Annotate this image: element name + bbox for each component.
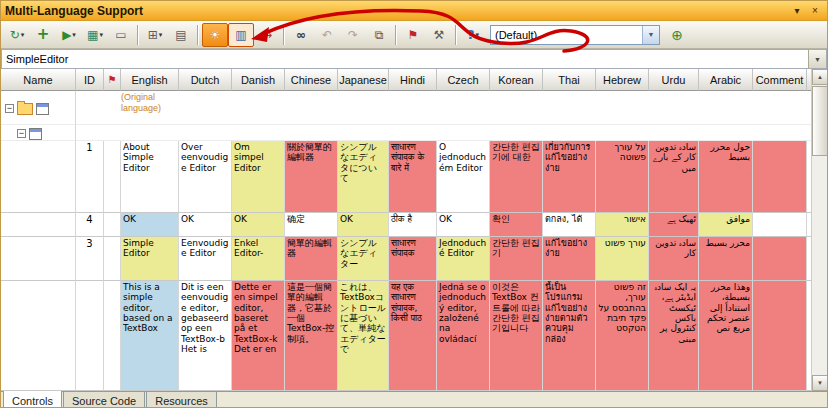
id-cell[interactable]: 3 [76, 237, 104, 281]
collapse-icon[interactable]: − [17, 129, 26, 138]
tree-row-root[interactable]: − (Original language) [1, 91, 813, 125]
cell-danish[interactable]: Enkel Editor- [232, 237, 285, 281]
name-cell[interactable] [1, 141, 76, 213]
col-header-dutch[interactable]: Dutch [179, 69, 232, 91]
col-header-hindi[interactable]: Hindi [389, 69, 437, 91]
cell-hindi[interactable]: ठीक है [389, 213, 437, 237]
cell-english[interactable]: About Simple Editor [121, 141, 179, 213]
id-cell[interactable] [76, 281, 104, 391]
globe-button[interactable]: ⊕ [664, 23, 690, 47]
cell-dutch[interactable]: Over eenvoudige Editor [179, 141, 232, 213]
cell-dutch[interactable]: Dit is een eenvoudige editor, gebaseerd … [179, 281, 232, 391]
copy-button[interactable]: ⧉ [366, 23, 392, 47]
cell-dutch[interactable]: OK [179, 213, 232, 237]
col-header-id[interactable]: ID [76, 69, 104, 91]
col-header-english[interactable]: English [121, 69, 179, 91]
cell-arabic[interactable]: وهذا محرر بسيطة، استناداً إلى عنصر تحكم … [699, 281, 753, 391]
col-header-czech[interactable]: Czech [437, 69, 490, 91]
scroll-down-button[interactable]: ▼ [812, 375, 828, 391]
find-prev-button[interactable]: ↶ [314, 23, 340, 47]
col-header-urdu[interactable]: Urdu [649, 69, 699, 91]
col-header-hebrew[interactable]: Hebrew [596, 69, 649, 91]
cell-urdu[interactable]: سادہ تدوین کار کے بارے میں [649, 141, 699, 213]
combo-arrow-icon[interactable]: ▼ [642, 26, 659, 44]
cell-comment[interactable] [753, 141, 807, 213]
cell-chinese[interactable]: 這是一個簡單的編輯器，它基於一個TextBox-控制項。 [285, 281, 338, 391]
find-button[interactable]: ∞ [288, 23, 314, 47]
tools-button[interactable]: ⚒ [426, 23, 452, 47]
cell-czech[interactable]: Jednoduché Editor [437, 237, 490, 281]
collapse-icon[interactable]: − [5, 104, 14, 113]
scroll-up-button[interactable]: ▲ [812, 69, 828, 85]
cell-english[interactable]: This is a simple editor, based on a Text… [121, 281, 179, 391]
col-header-name[interactable]: Name [1, 69, 76, 91]
cell-thai[interactable]: ตกลง, ได้ [543, 213, 596, 237]
col-header-arabic[interactable]: Arabic [699, 69, 753, 91]
cell-danish[interactable]: Dette er en simpel editor, baseret på et… [232, 281, 285, 391]
cell-czech[interactable]: Jedná se o jednoduchý editor, založené n… [437, 281, 490, 391]
cell-english[interactable]: OK [121, 213, 179, 237]
cell-comment[interactable] [753, 281, 807, 391]
cell-urdu[interactable]: ٹھیک ہے [649, 213, 699, 237]
cell-japanese[interactable]: シンプルなエディター [338, 237, 389, 281]
find-next-button[interactable]: ↷ [340, 23, 366, 47]
cell-chinese[interactable]: 簡單的編輯器 [285, 237, 338, 281]
cell-comment[interactable] [753, 213, 807, 237]
scrollbar-thumb[interactable] [812, 86, 828, 156]
tab-source-code[interactable]: Source Code [63, 392, 145, 408]
col-header-japanese[interactable]: Japanese [338, 69, 389, 91]
flag-edit-button[interactable]: ⚑ [400, 23, 426, 47]
cell-danish[interactable]: OK [232, 213, 285, 237]
cell-arabic[interactable]: موافق [699, 213, 753, 237]
flag-cell[interactable] [104, 213, 121, 237]
views-button[interactable]: ▤ [168, 23, 194, 47]
tree-cell[interactable]: − [1, 91, 76, 125]
window-menu-button[interactable]: ▾ [789, 4, 805, 18]
refresh-button[interactable]: ↻ ▾ [4, 23, 30, 47]
cell-arabic[interactable]: محرر بسيط [699, 237, 753, 281]
preview-button[interactable]: ▭ [108, 23, 134, 47]
flag-cell[interactable] [104, 141, 121, 213]
cell-hindi[interactable]: साधारण संपादक के बारे में [389, 141, 437, 213]
cell-czech[interactable]: OK [437, 213, 490, 237]
id-cell[interactable]: 1 [76, 141, 104, 213]
cell-czech[interactable]: O jednoduchém Editor [437, 141, 490, 213]
col-header-korean[interactable]: Korean [490, 69, 543, 91]
cell-arabic[interactable]: حول محرر بسيط [699, 141, 753, 213]
cell-dutch[interactable]: Eenvoudige Editor [179, 237, 232, 281]
cell-japanese[interactable]: これは、TextBoxコントロールに基づいて、単純なエディターで [338, 281, 389, 391]
col-header-flag[interactable]: ⚑ [104, 69, 121, 91]
cell-chinese[interactable]: 确定 [285, 213, 338, 237]
cell-japanese[interactable]: シンプルなエディタについて [338, 141, 389, 213]
name-cell[interactable] [1, 281, 76, 391]
cell-english[interactable]: Simple Editor [121, 237, 179, 281]
cell-thai[interactable]: เกี่ยวกับการแก้ไขอย่างง่าย [543, 141, 596, 213]
cell-comment[interactable] [753, 237, 807, 281]
tab-resources[interactable]: Resources [146, 392, 217, 408]
cell-danish[interactable]: Om simpel Editor [232, 141, 285, 213]
tab-controls[interactable]: Controls [3, 391, 62, 408]
add-view-button[interactable]: ⊞ ▾ [142, 23, 168, 47]
col-header-chinese[interactable]: Chinese [285, 69, 338, 91]
cell-korean[interactable]: 이것은 TextBox 컨트롤에 따라 간단한 편집기입니다 [490, 281, 543, 391]
close-button[interactable]: × [807, 4, 823, 18]
cell-hindi[interactable]: यह एक साधारण संपादक, किसी पाठ [389, 281, 437, 391]
col-header-comment[interactable]: Comment [753, 69, 807, 91]
add-button[interactable]: + [30, 23, 56, 47]
status-colors-button[interactable]: ☀ [202, 23, 228, 47]
cell-thai[interactable]: แก้ไขอย่างง่าย [543, 237, 596, 281]
titlebar[interactable]: Multi-Language Support ▾ × [1, 1, 827, 21]
vertical-scrollbar[interactable]: ▲ ▼ [811, 69, 827, 391]
help-button[interactable]: ? ▾ [460, 23, 486, 47]
flag-cell[interactable] [104, 237, 121, 281]
cell-hebrew[interactable]: זה פשוט עורך, בהתבסס על פקד תיבת הטקסט [596, 281, 649, 391]
cell-chinese[interactable]: 關於簡單的編輯器 [285, 141, 338, 213]
cell-hebrew[interactable]: על עורך פשוטה [596, 141, 649, 213]
name-cell[interactable] [1, 237, 76, 281]
cell-urdu[interactable]: یہ ایک سادہ ایڈیٹر ہے، ٹیکسٹ باکس کنٹرول… [649, 281, 699, 391]
editor-combobox[interactable]: SimpleEditor ▼ [1, 49, 827, 69]
flag-cell[interactable] [104, 281, 121, 391]
cell-hindi[interactable]: साधारण संपादक [389, 237, 437, 281]
cell-korean[interactable]: 간단한 편집기에 대한 [490, 141, 543, 213]
combo-arrow-icon[interactable]: ▼ [808, 50, 826, 68]
